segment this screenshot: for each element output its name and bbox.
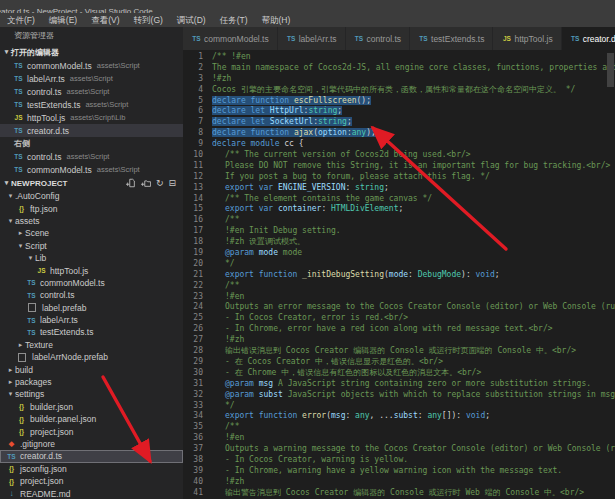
new-folder-icon[interactable] xyxy=(141,178,151,188)
code-line[interactable]: 2The main namespace of Cocos2d-JS, all e… xyxy=(183,63,615,74)
open-editor-item[interactable]: JShttpTool.jsassets\Script\Lib xyxy=(0,111,183,124)
line-number[interactable]: 38 xyxy=(183,455,212,466)
tree-folder[interactable]: ▸build xyxy=(0,363,183,375)
code-line[interactable]: 15export var container: HTMLDivElement; xyxy=(183,204,615,215)
code-line[interactable]: 33*/ xyxy=(183,401,615,412)
line-number[interactable]: 37 xyxy=(183,444,212,455)
collapse-all-icon[interactable]: ⊟ xyxy=(168,179,176,188)
code-line[interactable]: 23!#en xyxy=(183,292,615,303)
line-number[interactable]: 6 xyxy=(183,106,212,117)
scrollbar-thumb[interactable] xyxy=(607,53,614,87)
folders-header[interactable]: ▾ NEWPROJECT ↻ ⊟ xyxy=(0,176,183,190)
open-editor-item[interactable]: TScontrol.tsassets\Script xyxy=(0,85,183,98)
tree-folder[interactable]: ▸Texture xyxy=(0,339,183,351)
code-line[interactable]: 11Please DO NOT remove this String, it i… xyxy=(183,161,615,172)
editor-scrollbar[interactable] xyxy=(606,50,615,499)
line-number[interactable]: 8 xyxy=(183,128,212,139)
tree-folder[interactable]: ▾settings xyxy=(0,388,183,400)
tree-file[interactable]: JShttpTool.js xyxy=(0,264,183,276)
line-number[interactable]: 39 xyxy=(183,466,212,477)
line-number[interactable]: 1 xyxy=(183,52,212,63)
code-line[interactable]: 22/** xyxy=(183,281,615,292)
open-editor-item[interactable]: TScontrol.tsassets\Script xyxy=(0,150,183,163)
code-line[interactable]: 19@param mode mode xyxy=(183,248,615,259)
open-editors-header[interactable]: ▾ 打开的编辑器 xyxy=(0,45,183,59)
line-number[interactable]: 31 xyxy=(183,379,212,390)
line-number[interactable]: 28 xyxy=(183,346,212,357)
tree-file[interactable]: {}ftp.json xyxy=(0,202,183,214)
line-number[interactable]: 13 xyxy=(183,183,212,194)
line-number[interactable]: 33 xyxy=(183,401,212,412)
line-number[interactable]: 12 xyxy=(183,172,212,183)
code-line[interactable]: 8declare function ajax(option:any); xyxy=(183,128,615,139)
code-line[interactable]: 25- In Cocos Creator, error is red.<br/> xyxy=(183,313,615,324)
open-editor-item[interactable]: TSlabelArr.tsassets\Script xyxy=(0,72,183,85)
line-number[interactable]: 34 xyxy=(183,411,212,422)
menu-item[interactable]: 帮助(H) xyxy=(255,13,298,27)
new-file-icon[interactable] xyxy=(126,178,136,188)
code-line[interactable]: 4Cocos 引擎的主要命名空间，引擎代码中的所有类，函数，属性和常量都在这个命… xyxy=(183,85,615,96)
code-line[interactable]: 30- 在 Chrome 中，错误信息有红色的图标以及红色的消息文本。<br/> xyxy=(183,368,615,379)
code-line[interactable]: 13export var ENGINE_VERSION: string; xyxy=(183,183,615,194)
menu-item[interactable]: 文件(F) xyxy=(0,13,42,27)
line-number[interactable]: 30 xyxy=(183,368,212,379)
code-line[interactable]: 12If you post a bug to forum, please att… xyxy=(183,172,615,183)
open-editor-item[interactable]: TStestExtends.tsassets\Script xyxy=(0,98,183,111)
tree-file[interactable]: labelArrNode.prefab xyxy=(0,351,183,363)
tree-folder[interactable]: ▾Lib xyxy=(0,252,183,264)
menu-item[interactable]: 查看(V) xyxy=(84,13,126,27)
line-number[interactable]: 36 xyxy=(183,433,212,444)
tree-file[interactable]: ◆.gitignore xyxy=(0,438,183,450)
menu-item[interactable]: 转到(G) xyxy=(127,13,170,27)
code-line[interactable]: 40!#zh xyxy=(183,477,615,488)
line-number[interactable]: 19 xyxy=(183,248,212,259)
tab[interactable]: TStestExtends.ts xyxy=(410,27,492,50)
line-number[interactable]: 25 xyxy=(183,313,212,324)
tree-file[interactable]: {}project.json xyxy=(0,425,183,437)
tab[interactable]: JShttpTool.js xyxy=(493,27,560,50)
line-number[interactable]: 32 xyxy=(183,390,212,401)
code-line[interactable]: 9declare module cc { xyxy=(183,139,615,150)
line-number[interactable]: 40 xyxy=(183,477,212,488)
open-editor-item[interactable]: TScreator.d.ts xyxy=(0,124,183,137)
code-line[interactable]: 34export function error(msg: any, ...sub… xyxy=(183,411,615,422)
tree-file[interactable]: ↓README.md xyxy=(0,487,183,499)
line-number[interactable]: 14 xyxy=(183,194,212,205)
tab[interactable]: TScontrol.ts xyxy=(346,27,410,50)
line-number[interactable]: 27 xyxy=(183,335,212,346)
code-line[interactable]: 35/** xyxy=(183,422,615,433)
menu-item[interactable]: 任务(T) xyxy=(213,13,255,27)
code-line[interactable]: 27!#zh xyxy=(183,335,615,346)
tree-file[interactable]: TSlabelArr.ts xyxy=(0,314,183,326)
line-number[interactable]: 2 xyxy=(183,63,212,74)
line-number[interactable]: 5 xyxy=(183,96,212,107)
tree-folder[interactable]: ▾assets xyxy=(0,215,183,227)
line-number[interactable]: 24 xyxy=(183,302,212,313)
refresh-icon[interactable]: ↻ xyxy=(156,179,164,188)
tree-file[interactable]: TScommonModel.ts xyxy=(0,277,183,289)
code-line[interactable]: 26- In Chrome, error have a red icon alo… xyxy=(183,324,615,335)
code-editor[interactable]: 1/** !#en2The main namespace of Cocos2d-… xyxy=(183,50,615,499)
tree-file[interactable]: label.prefab xyxy=(0,302,183,314)
line-number[interactable]: 15 xyxy=(183,204,212,215)
tree-file[interactable]: {}jsconfig.json xyxy=(0,463,183,475)
line-number[interactable]: 3 xyxy=(183,74,212,85)
line-number[interactable]: 4 xyxy=(183,85,212,96)
line-number[interactable]: 23 xyxy=(183,292,212,303)
code-line[interactable]: 37Outputs a warning message to the Cocos… xyxy=(183,444,615,455)
line-number[interactable]: 17 xyxy=(183,226,212,237)
tree-file[interactable]: {}project.json xyxy=(0,475,183,487)
tree-file[interactable]: {}builder.panel.json xyxy=(0,413,183,425)
tree-file[interactable]: TScontrol.ts xyxy=(0,289,183,301)
code-line[interactable]: 1/** !#en xyxy=(183,52,615,63)
tab[interactable]: TScreator.d.ts× xyxy=(562,27,615,50)
open-editor-item[interactable]: TScommonModel.tsassets\Script xyxy=(0,59,183,72)
line-number[interactable]: 26 xyxy=(183,324,212,335)
line-number[interactable]: 10 xyxy=(183,150,212,161)
tree-file[interactable]: {}builder.json xyxy=(0,401,183,413)
line-number[interactable]: 20 xyxy=(183,259,212,270)
tree-folder[interactable]: ▸Scene xyxy=(0,227,183,239)
code-line[interactable]: 36!#en xyxy=(183,433,615,444)
line-number[interactable]: 22 xyxy=(183,281,212,292)
code-line[interactable]: 3!#zh xyxy=(183,74,615,85)
